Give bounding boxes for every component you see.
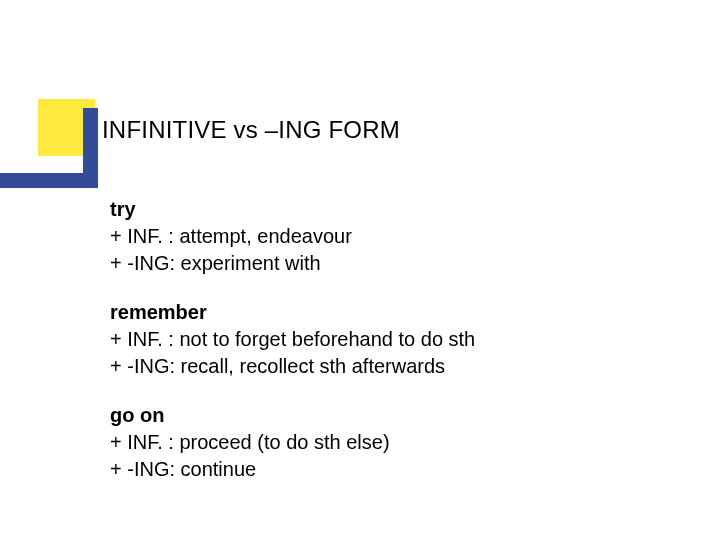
entry-ing-line: + -ING: continue [110, 456, 475, 483]
decoration-blue-bar-horizontal [0, 173, 98, 188]
entry-inf-line: + INF. : not to forget beforehand to do … [110, 326, 475, 353]
slide: INFINITIVE vs –ING FORM try + INF. : att… [0, 0, 720, 540]
entry-ing-line: + -ING: experiment with [110, 250, 475, 277]
entry-inf-line: + INF. : attempt, endeavour [110, 223, 475, 250]
entry-ing-line: + -ING: recall, recollect sth afterwards [110, 353, 475, 380]
slide-body: try + INF. : attempt, endeavour + -ING: … [110, 196, 475, 505]
entry-inf-line: + INF. : proceed (to do sth else) [110, 429, 475, 456]
entry-go-on: go on + INF. : proceed (to do sth else) … [110, 402, 475, 483]
entry-word: remember [110, 299, 475, 326]
entry-try: try + INF. : attempt, endeavour + -ING: … [110, 196, 475, 277]
entry-word: try [110, 196, 475, 223]
entry-word: go on [110, 402, 475, 429]
slide-title: INFINITIVE vs –ING FORM [102, 116, 400, 144]
entry-remember: remember + INF. : not to forget beforeha… [110, 299, 475, 380]
